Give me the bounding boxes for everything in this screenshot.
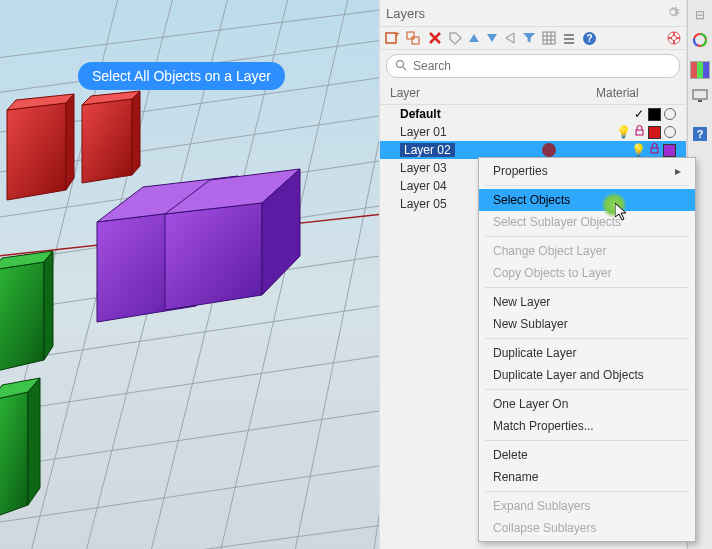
new-layer-icon[interactable]: + <box>384 30 400 46</box>
selection-dot <box>542 143 556 157</box>
svg-line-9 <box>0 405 379 470</box>
material-circle-icon[interactable] <box>664 126 676 138</box>
svg-line-11 <box>0 520 379 549</box>
side-question-icon[interactable]: ? <box>692 126 708 145</box>
cube-red-1 <box>7 94 74 200</box>
menu-delete[interactable]: Delete <box>479 444 695 466</box>
svg-point-36 <box>397 60 404 67</box>
menu-rename[interactable]: Rename <box>479 466 695 488</box>
svg-text:?: ? <box>697 128 704 140</box>
layer-name[interactable]: Layer 02 <box>400 143 455 157</box>
new-sublayer-icon[interactable] <box>406 30 422 46</box>
side-close-icon[interactable]: ⊟ <box>695 8 705 22</box>
menu-separator <box>485 236 689 237</box>
tooltip-hint: Select All Objects on a Layer <box>78 62 285 90</box>
swatch-icon[interactable] <box>663 144 676 157</box>
cube-green-2 <box>0 378 40 518</box>
svg-line-8 <box>0 350 379 415</box>
menu-select-objects[interactable]: Select Objects <box>479 189 695 211</box>
svg-line-17 <box>290 0 379 549</box>
context-menu: Properties▸ Select Objects Select Sublay… <box>478 157 696 542</box>
search-icon <box>395 59 407 74</box>
delete-icon[interactable] <box>428 31 442 45</box>
move-down-icon[interactable] <box>486 32 498 44</box>
material-circle-icon[interactable] <box>664 108 676 120</box>
swatch-icon[interactable] <box>648 126 661 139</box>
cube-green-1 <box>0 251 53 372</box>
svg-line-7 <box>0 300 379 365</box>
chevron-right-icon: ▸ <box>675 164 681 178</box>
side-monitor-icon[interactable] <box>692 89 708 106</box>
svg-line-10 <box>0 460 379 525</box>
svg-line-37 <box>403 67 406 70</box>
svg-rect-22 <box>407 32 414 39</box>
menu-copy-objects-to-layer[interactable]: Copy Objects to Layer <box>479 262 695 284</box>
menu-collapse-sublayers[interactable]: Collapse Sublayers <box>479 517 695 539</box>
lock-icon[interactable] <box>634 125 645 139</box>
collapse-icon[interactable] <box>504 32 516 44</box>
grid-icon[interactable] <box>542 31 556 45</box>
search-field[interactable] <box>386 54 680 78</box>
layer-name[interactable]: Default <box>390 107 556 121</box>
menu-expand-sublayers[interactable]: Expand Sublayers <box>479 495 695 517</box>
menu-separator <box>485 338 689 339</box>
swatch-icon[interactable] <box>648 108 661 121</box>
svg-rect-38 <box>636 130 643 135</box>
search-input[interactable] <box>411 58 671 74</box>
menu-new-sublayer[interactable]: New Sublayer <box>479 313 695 335</box>
svg-rect-39 <box>651 148 658 153</box>
side-rainbow-icon[interactable] <box>692 32 708 51</box>
svg-rect-24 <box>543 32 555 44</box>
svg-text:+: + <box>395 30 400 39</box>
menu-match-properties[interactable]: Match Properties... <box>479 415 695 437</box>
panel-title: Layers <box>386 6 425 21</box>
menu-select-sublayer-objects[interactable]: Select Sublayer Objects <box>479 211 695 233</box>
menu-separator <box>485 389 689 390</box>
svg-line-0 <box>0 5 379 60</box>
menu-change-object-layer[interactable]: Change Object Layer <box>479 240 695 262</box>
menu-duplicate-layer-objects[interactable]: Duplicate Layer and Objects <box>479 364 695 386</box>
side-layers-icon[interactable] <box>690 61 710 79</box>
move-up-icon[interactable] <box>468 32 480 44</box>
menu-icon[interactable] <box>562 31 576 45</box>
layer-name[interactable]: Layer 01 <box>390 125 556 139</box>
menu-new-layer[interactable]: New Layer <box>479 291 695 313</box>
svg-text:?: ? <box>586 33 592 44</box>
bulb-icon[interactable]: 💡 <box>631 143 646 157</box>
gear-icon[interactable] <box>666 5 680 22</box>
menu-duplicate-layer[interactable]: Duplicate Layer <box>479 342 695 364</box>
lifesaver-icon[interactable] <box>666 30 682 46</box>
tag-icon[interactable] <box>448 31 462 45</box>
check-icon: ✓ <box>633 107 645 121</box>
svg-rect-23 <box>412 37 419 44</box>
cube-red-2 <box>82 91 140 183</box>
menu-separator <box>485 491 689 492</box>
filter-icon[interactable] <box>522 31 536 45</box>
svg-rect-43 <box>693 90 707 99</box>
menu-properties[interactable]: Properties▸ <box>479 160 695 182</box>
menu-separator <box>485 185 689 186</box>
menu-separator <box>485 440 689 441</box>
lock-icon[interactable] <box>649 143 660 157</box>
menu-one-layer-on[interactable]: One Layer On <box>479 393 695 415</box>
layers-toolbar: + ? <box>380 27 686 50</box>
header-material[interactable]: Material <box>596 86 676 100</box>
menu-separator <box>485 287 689 288</box>
layer-row-default[interactable]: Default ✓ <box>380 105 686 123</box>
viewport-3d[interactable]: Select All Objects on a Layer <box>0 0 379 549</box>
bulb-icon[interactable]: 💡 <box>616 125 631 139</box>
svg-point-35 <box>672 36 677 41</box>
layers-header: Layer Material <box>380 82 686 105</box>
help-icon[interactable]: ? <box>582 31 597 46</box>
header-layer[interactable]: Layer <box>390 86 596 100</box>
layer-row[interactable]: Layer 01 💡 <box>380 123 686 141</box>
